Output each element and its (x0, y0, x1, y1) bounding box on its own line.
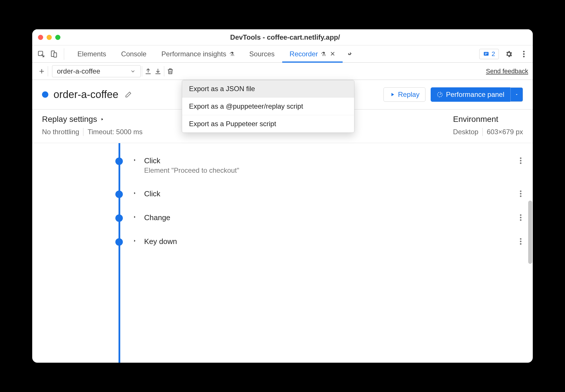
more-menu-icon[interactable] (519, 49, 529, 59)
performance-panel-dropdown[interactable] (510, 87, 523, 102)
expand-step-icon[interactable] (133, 191, 137, 195)
step-more-button[interactable] (520, 157, 522, 164)
throttling-value[interactable]: No throttling (42, 128, 79, 136)
timeline-node-icon (115, 157, 123, 165)
separator (482, 128, 483, 136)
steps-area: Click Element "Proceed to checkout" Clic… (32, 143, 533, 363)
perf-panel-label: Performance panel (446, 91, 504, 99)
tab-sources[interactable]: Sources (242, 45, 282, 62)
export-puppeteer-item[interactable]: Export as a Puppeteer script (182, 115, 354, 132)
export-menu: Export as a JSON file Export as a @puppe… (182, 80, 354, 133)
timeline-node-icon (115, 238, 123, 246)
settings-gear-icon[interactable] (504, 49, 514, 59)
step-more-button[interactable] (520, 190, 522, 197)
tab-elements[interactable]: Elements (70, 45, 114, 62)
environment-heading: Environment (453, 115, 498, 124)
flask-icon: ⚗ (321, 51, 326, 57)
tabs-overflow-button[interactable] (343, 45, 357, 62)
gauge-icon (437, 91, 443, 98)
svg-point-10 (520, 162, 521, 164)
svg-point-19 (520, 243, 521, 245)
separator (48, 66, 48, 76)
separator (164, 66, 164, 76)
send-feedback-link[interactable]: Send feedback (486, 68, 528, 75)
recording-header: order-a-coffee Replay Performance panel … (32, 80, 533, 109)
window-title: DevTools - coffee-cart.netlify.app/ (60, 33, 510, 41)
performance-panel-button[interactable]: Performance panel (431, 87, 510, 102)
tab-label: Performance insights (161, 50, 226, 58)
step-detail: Element "Proceed to checkout" (144, 166, 239, 174)
tab-console[interactable]: Console (114, 45, 154, 62)
export-item-label: Export as a Puppeteer script (189, 120, 276, 128)
close-tab-icon[interactable]: ✕ (330, 50, 335, 58)
svg-point-17 (520, 238, 521, 240)
step-name: Click (144, 156, 239, 165)
minimize-window-button[interactable] (47, 35, 52, 40)
caret-down-icon (515, 93, 519, 97)
recording-selector[interactable]: order-a-coffee (52, 65, 141, 77)
inspect-element-icon[interactable] (36, 49, 46, 59)
timeline-node-icon (115, 214, 123, 222)
replay-label: Replay (398, 91, 420, 99)
replay-settings-toggle[interactable]: Replay settings (42, 115, 143, 124)
svg-point-12 (520, 193, 521, 194)
svg-point-11 (520, 191, 521, 192)
recorder-toolbar: order-a-coffee Send feedback (32, 63, 533, 80)
titlebar: DevTools - coffee-cart.netlify.app/ (32, 29, 533, 45)
svg-point-16 (520, 219, 521, 221)
environment-label: Environment (453, 115, 498, 124)
step-row[interactable]: Click (115, 182, 523, 206)
viewport-value: 603×679 px (487, 128, 523, 136)
tab-recorder[interactable]: Recorder ⚗ ✕ (282, 45, 343, 62)
device-value: Desktop (453, 128, 478, 136)
recording-title: order-a-coffee (54, 89, 118, 101)
svg-point-9 (520, 160, 521, 161)
delete-button[interactable] (165, 66, 175, 76)
step-row[interactable]: Click Element "Proceed to checkout" (115, 149, 523, 182)
step-more-button[interactable] (520, 214, 522, 221)
svg-point-14 (520, 214, 521, 216)
zoom-window-button[interactable] (55, 35, 60, 40)
svg-rect-2 (54, 53, 57, 57)
step-name: Click (144, 189, 160, 198)
svg-point-18 (520, 241, 521, 242)
svg-point-8 (520, 157, 521, 159)
import-button[interactable] (153, 66, 163, 76)
export-puppeteer-replay-item[interactable]: Export as a @puppeteer/replay script (182, 97, 354, 115)
tab-performance-insights[interactable]: Performance insights⚗ (154, 45, 242, 62)
close-window-button[interactable] (38, 35, 43, 40)
svg-point-5 (523, 53, 524, 55)
expand-step-icon[interactable] (133, 215, 137, 219)
export-json-item[interactable]: Export as a JSON file (182, 80, 354, 97)
expand-step-icon[interactable] (133, 239, 137, 243)
flask-icon: ⚗ (229, 51, 234, 57)
svg-rect-3 (484, 52, 489, 55)
new-recording-button[interactable] (37, 66, 47, 76)
device-toggle-icon[interactable] (49, 49, 59, 59)
export-button[interactable] (143, 66, 153, 76)
expand-step-icon[interactable] (133, 158, 137, 162)
traffic-lights (38, 35, 60, 40)
replay-button[interactable]: Replay (383, 87, 426, 102)
svg-point-13 (520, 195, 521, 197)
scrollbar-thumb[interactable] (528, 201, 532, 264)
svg-point-4 (523, 51, 524, 52)
timeout-value[interactable]: Timeout: 5000 ms (87, 128, 142, 136)
caret-right-icon (100, 117, 104, 122)
play-icon (390, 92, 395, 97)
tab-label: Elements (77, 50, 106, 58)
chevron-down-icon (130, 68, 136, 74)
step-row[interactable]: Change (115, 206, 523, 230)
replay-settings-label: Replay settings (42, 115, 97, 124)
step-row[interactable]: Key down (115, 230, 523, 253)
issues-count: 2 (492, 50, 495, 58)
step-name: Key down (144, 237, 177, 246)
separator (142, 66, 142, 76)
issues-badge[interactable]: 2 (479, 49, 499, 59)
edit-title-button[interactable] (123, 90, 133, 99)
recording-selector-value: order-a-coffee (57, 67, 100, 75)
svg-point-15 (520, 217, 521, 218)
devtools-tabbar: Elements Console Performance insights⚗ S… (32, 45, 533, 63)
step-more-button[interactable] (520, 238, 522, 245)
devtools-window: DevTools - coffee-cart.netlify.app/ Elem… (32, 29, 533, 363)
